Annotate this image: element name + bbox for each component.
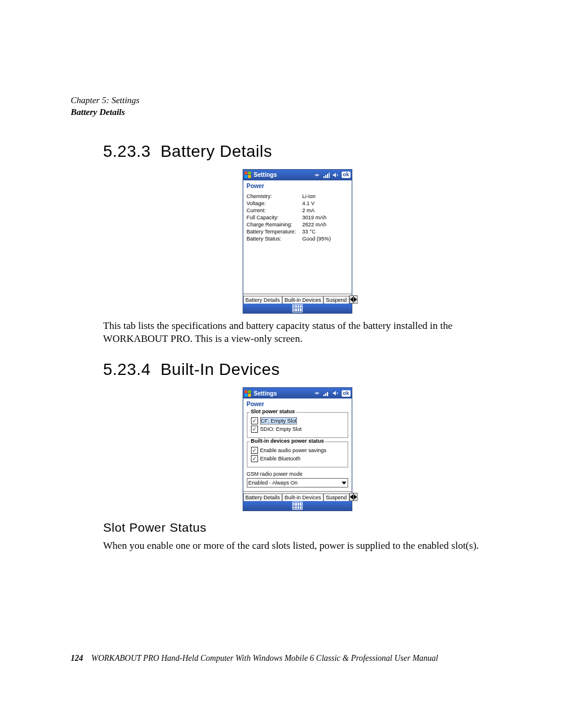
signal-icon[interactable] [323, 172, 330, 179]
tab-scroll-right-button[interactable] [353, 493, 358, 501]
group-built-in-devices: Built-in devices power status ✓ Enable a… [247, 442, 348, 467]
checkbox-row-audio[interactable]: ✓ Enable audio power savings [251, 447, 344, 454]
group-slot-power-status: Slot power status ✓ CF: Empty Slot ✓ SDI… [247, 412, 348, 438]
window-title: Settings [254, 390, 277, 397]
section-label: Battery Details [71, 106, 491, 118]
heading-text: Built-In Devices [160, 360, 280, 378]
gsm-radio-select[interactable]: Enabled - Always On [247, 478, 348, 487]
ok-button[interactable]: ok [342, 390, 351, 397]
checkbox-audio[interactable]: ✓ [251, 447, 258, 454]
tab-scroll-left-button[interactable] [349, 295, 353, 304]
checkbox-label-sdio: SDIO: Empty Slot [260, 426, 302, 432]
keyboard-icon[interactable] [292, 502, 303, 510]
row-full-capacity: Full Capacity:3019 mAh [247, 214, 348, 221]
footer-text: WORKABOUT PRO Hand-Held Computer With Wi… [91, 654, 438, 663]
svg-rect-1 [325, 175, 326, 178]
checkbox-bluetooth[interactable]: ✓ [251, 455, 258, 462]
chevron-down-icon [342, 482, 346, 485]
heading-built-in-devices: 5.23.4 Built-In Devices [103, 360, 491, 379]
svg-rect-3 [329, 173, 330, 178]
svg-rect-2 [327, 174, 328, 178]
row-chemistry: Chemistry:Li-Ion [247, 193, 348, 200]
heading-slot-power-status: Slot Power Status [103, 521, 491, 535]
tab-strip: Battery Details Built-in Devices Suspend [243, 294, 352, 304]
slot-power-paragraph: When you enable one or more of the card … [103, 539, 491, 553]
checkbox-row-sdio[interactable]: ✓ SDIO: Empty Slot [251, 426, 344, 433]
checkbox-row-cf[interactable]: ✓ CF: Empty Slot [251, 417, 344, 424]
tab-scroll-left-button[interactable] [349, 493, 353, 501]
battery-details-paragraph: This tab lists the specifications and ba… [103, 319, 491, 347]
svg-rect-6 [327, 392, 328, 396]
row-battery-status: Battery Status:Good (95%) [247, 235, 348, 242]
battery-details-table: Chemistry:Li-Ion Voltage:4.1 V Current:2… [247, 193, 348, 242]
titlebar: Settings ok [243, 388, 352, 398]
svg-rect-0 [323, 176, 325, 178]
applet-title: Power [243, 398, 352, 409]
svg-rect-4 [323, 394, 325, 396]
keyboard-icon[interactable] [292, 304, 303, 312]
tab-strip: Battery Details Built-in Devices Suspend [243, 491, 352, 501]
tab-battery-details[interactable]: Battery Details [243, 296, 283, 304]
volume-icon[interactable] [332, 390, 339, 397]
titlebar: Settings ok [243, 170, 352, 180]
connectivity-icon[interactable] [313, 390, 320, 397]
heading-battery-details: 5.23.3 Battery Details [103, 142, 491, 161]
bottom-bar [243, 304, 352, 313]
screenshot-battery-details: Settings ok Power Chemist [243, 169, 352, 314]
gsm-radio-label: GSM radio power mode [247, 471, 348, 477]
row-charge-remaining: Charge Remaining:2822 mAh [247, 221, 348, 228]
svg-rect-5 [325, 393, 326, 396]
legend-slot-power: Slot power status [250, 409, 296, 414]
windows-start-icon[interactable] [244, 390, 252, 397]
built-in-devices-body: Slot power status ✓ CF: Empty Slot ✓ SDI… [243, 409, 352, 491]
legend-built-in: Built-in devices power status [250, 438, 326, 444]
tab-scroll-right-button[interactable] [353, 295, 358, 304]
windows-start-icon[interactable] [244, 172, 252, 179]
checkbox-row-bluetooth[interactable]: ✓ Enable Bluetooth [251, 455, 344, 462]
tab-battery-details[interactable]: Battery Details [243, 493, 283, 501]
heading-number: 5.23.4 [103, 360, 151, 378]
window-title: Settings [254, 172, 277, 178]
tab-suspend[interactable]: Suspend [323, 296, 349, 304]
tab-suspend[interactable]: Suspend [323, 493, 349, 501]
row-current: Current:2 mA [247, 207, 348, 214]
checkbox-label-bluetooth: Enable Bluetooth [260, 456, 301, 462]
gsm-radio-value: Enabled - Always On [249, 480, 298, 486]
tab-built-in-devices[interactable]: Built-in Devices [282, 493, 323, 501]
page-footer: 124 WORKABOUT PRO Hand-Held Computer Wit… [71, 654, 491, 663]
ok-button[interactable]: ok [342, 172, 351, 178]
page-number: 124 [71, 654, 83, 663]
screenshot-built-in-devices: Settings ok Power Slot p [243, 387, 352, 511]
heading-text: Battery Details [160, 142, 272, 160]
signal-icon[interactable] [323, 390, 330, 397]
row-battery-temperature: Battery Temperature:33 °C [247, 228, 348, 235]
connectivity-icon[interactable] [313, 172, 320, 179]
applet-title: Power [243, 180, 352, 190]
row-voltage: Voltage:4.1 V [247, 200, 348, 207]
battery-details-body: Chemistry:Li-Ion Voltage:4.1 V Current:2… [243, 190, 352, 294]
tab-built-in-devices[interactable]: Built-in Devices [282, 296, 323, 304]
chapter-label: Chapter 5: Settings [71, 94, 491, 106]
checkbox-sdio[interactable]: ✓ [251, 426, 258, 433]
volume-icon[interactable] [332, 172, 339, 179]
heading-number: 5.23.3 [103, 142, 151, 160]
bottom-bar [243, 501, 352, 510]
running-head: Chapter 5: Settings Battery Details [71, 94, 491, 118]
checkbox-cf[interactable]: ✓ [251, 417, 258, 424]
checkbox-label-cf: CF: Empty Slot [260, 417, 297, 424]
checkbox-label-audio: Enable audio power savings [260, 447, 327, 453]
